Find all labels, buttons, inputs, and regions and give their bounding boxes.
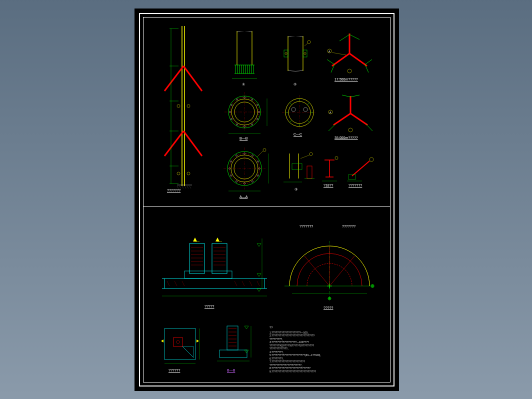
semi-label: ????? [324, 306, 333, 310]
svg-rect-41 [284, 50, 288, 57]
svg-point-115 [236, 181, 238, 182]
semi-title-right: ??????? [342, 224, 356, 228]
svg-marker-177 [257, 288, 261, 292]
svg-line-46 [304, 43, 308, 46]
section-cc-label: C—C [294, 132, 302, 136]
elev-17-5-label: 17.500m????? [334, 78, 358, 81]
svg-line-170 [242, 281, 244, 286]
foundation-title: ????? [204, 304, 214, 308]
section-bb-flange [220, 91, 272, 138]
detail-3-label: ③ [294, 188, 298, 192]
svg-point-16 [187, 172, 190, 175]
svg-rect-147 [190, 244, 204, 274]
svg-point-14 [187, 104, 190, 108]
bolt-diagonal-detail [344, 154, 380, 186]
bolt-detail-label: ??????? [348, 184, 362, 187]
svg-line-52 [327, 60, 334, 64]
svg-line-5 [184, 131, 202, 156]
y-brace-35: A [324, 91, 380, 136]
svg-point-15 [177, 172, 180, 175]
svg-marker-209 [244, 326, 248, 329]
t-section-label: ?18?? [324, 184, 333, 187]
notes-line: 9.???????????????????????????????? [270, 370, 390, 374]
semi-title-left: ??????? [300, 224, 313, 228]
svg-point-130 [310, 152, 312, 156]
svg-line-96 [350, 114, 368, 125]
svg-line-20 [182, 186, 184, 188]
detail-cylinder-1 [224, 31, 270, 81]
section-cc-ring [280, 94, 322, 134]
svg-rect-140 [348, 174, 356, 180]
svg-point-43 [285, 52, 287, 54]
svg-line-4 [164, 131, 184, 156]
sheet-divider [143, 206, 390, 206]
svg-line-100 [366, 124, 372, 131]
pedestal-section-bb [212, 321, 257, 368]
svg-line-99 [328, 124, 336, 131]
svg-line-139 [352, 161, 370, 176]
svg-line-23 [190, 186, 191, 188]
svg-marker-176 [257, 274, 261, 276]
svg-marker-175 [257, 244, 261, 246]
svg-point-101 [348, 128, 352, 132]
svg-point-90 [292, 108, 296, 112]
svg-marker-198 [196, 340, 199, 342]
svg-line-171 [250, 281, 252, 286]
foundation-plan-semicircle [280, 218, 380, 308]
svg-rect-128 [292, 164, 302, 170]
svg-marker-161 [193, 238, 197, 242]
svg-line-85 [308, 120, 310, 122]
svg-marker-210 [244, 350, 248, 353]
svg-rect-193 [174, 338, 182, 346]
svg-point-56 [348, 69, 352, 73]
detail-cylinder-2 [277, 36, 314, 76]
section-bb-label: B—B [240, 136, 248, 140]
svg-text:A: A [328, 50, 330, 53]
svg-line-87 [290, 120, 292, 122]
detail-1-label: ① [242, 82, 245, 86]
svg-line-125 [257, 151, 263, 157]
svg-line-54 [365, 60, 372, 64]
detail-2-label: ② [294, 82, 296, 86]
svg-point-137 [335, 156, 338, 160]
svg-rect-42 [303, 50, 307, 57]
svg-line-51 [350, 34, 360, 40]
svg-line-169 [234, 281, 237, 286]
svg-point-118 [230, 161, 232, 162]
svg-line-21 [184, 186, 186, 188]
tower-elevation [154, 26, 214, 191]
svg-rect-131 [307, 166, 312, 178]
svg-rect-148 [212, 244, 227, 274]
foundation-elevation [157, 224, 272, 304]
svg-line-22 [187, 186, 188, 188]
svg-rect-199 [227, 326, 238, 350]
svg-line-182 [330, 256, 354, 286]
svg-line-2 [164, 66, 184, 91]
svg-line-129 [300, 155, 310, 158]
svg-line-167 [174, 281, 177, 286]
svg-line-89 [290, 102, 292, 104]
svg-rect-165 [184, 271, 232, 278]
elevation-title: ??????? [167, 188, 180, 192]
t-section-detail [320, 156, 342, 186]
section-aa-flange [220, 146, 272, 195]
svg-point-44 [304, 52, 306, 54]
svg-point-110 [258, 161, 259, 162]
svg-point-91 [304, 108, 308, 112]
svg-line-48 [332, 54, 350, 66]
svg-marker-162 [216, 238, 220, 242]
svg-point-113 [252, 181, 254, 182]
svg-line-168 [182, 281, 184, 286]
svg-point-13 [177, 104, 180, 108]
svg-rect-206 [220, 350, 247, 358]
section-bb-bottom-label: B—B [227, 368, 235, 372]
svg-marker-197 [161, 340, 164, 342]
svg-text:A: A [330, 111, 332, 114]
svg-line-3 [184, 66, 202, 91]
section-aa-label: A—A [240, 195, 248, 198]
svg-line-166 [167, 281, 170, 286]
svg-line-98 [350, 95, 360, 97]
pedestal-plan-label: ?????? [168, 368, 180, 372]
svg-line-172 [257, 281, 260, 286]
svg-point-194 [176, 340, 180, 344]
